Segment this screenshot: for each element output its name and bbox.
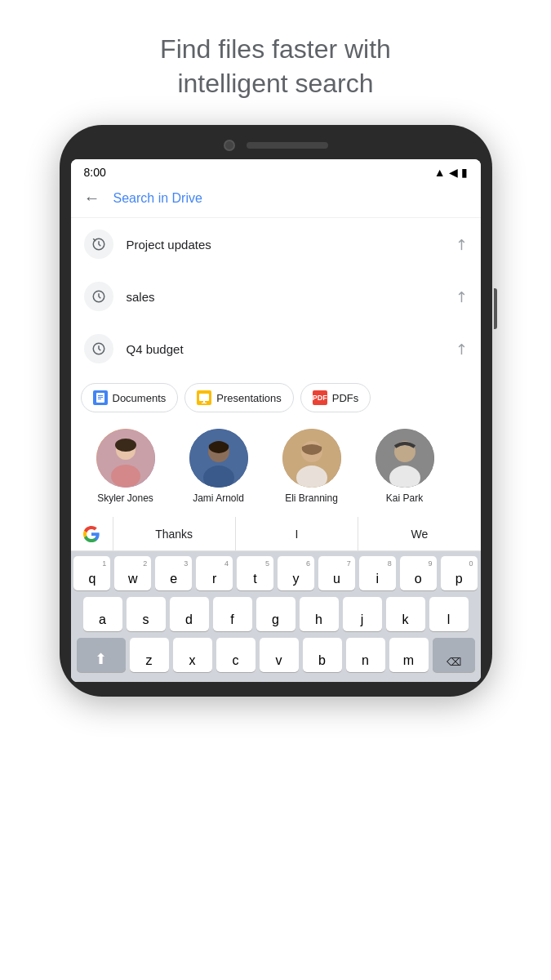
- key-b[interactable]: b: [303, 638, 342, 672]
- recent-item-1[interactable]: sales ↗: [71, 270, 481, 323]
- avatar-jami: [189, 429, 248, 488]
- key-r[interactable]: 4r: [196, 556, 233, 590]
- key-shift[interactable]: ⬆: [77, 638, 126, 672]
- docs-icon: [93, 390, 108, 405]
- key-a[interactable]: a: [83, 597, 122, 631]
- phone-mockup: 8:00 ▲ ◀ ▮ ← Search in Drive: [60, 125, 492, 697]
- phone-top-bar: [71, 140, 481, 151]
- key-e[interactable]: 3e: [155, 556, 192, 590]
- avatar-eli: [282, 429, 341, 488]
- side-button: [494, 288, 497, 329]
- headline-line1: Find files faster with: [160, 34, 391, 64]
- person-skyler[interactable]: Skyler Jones: [81, 429, 171, 504]
- chip-pdf[interactable]: PDF PDFs: [300, 383, 371, 412]
- chip-pdf-label: PDFs: [332, 392, 359, 404]
- battery-icon: ▮: [461, 166, 468, 179]
- key-row-3: ⬆ z x c v b n m ⌫: [74, 638, 478, 672]
- status-bar: 8:00 ▲ ◀ ▮: [71, 159, 481, 182]
- key-f[interactable]: f: [213, 597, 252, 631]
- key-m[interactable]: m: [389, 638, 429, 672]
- person-name-jami: Jami Arnold: [193, 492, 244, 504]
- recent-text-1: sales: [127, 290, 455, 304]
- history-icon-1: [84, 282, 113, 311]
- people-row: Skyler Jones Jami Arnold: [71, 421, 481, 517]
- history-icon-2: [84, 334, 113, 363]
- keyboard-rows: 1q 2w 3e 4r 5t 6y 7u 8i 9o 0p a s d f: [71, 551, 481, 682]
- chip-presentations[interactable]: Presentations: [184, 383, 294, 412]
- svg-rect-9: [202, 403, 207, 403]
- key-d[interactable]: d: [170, 597, 209, 631]
- key-s[interactable]: s: [127, 597, 166, 631]
- person-name-eli: Eli Branning: [285, 492, 338, 504]
- svg-rect-8: [203, 401, 205, 403]
- suggestion-i[interactable]: I: [236, 517, 358, 551]
- recent-text-2: Q4 budget: [127, 342, 455, 356]
- phone-screen: 8:00 ▲ ◀ ▮ ← Search in Drive: [71, 159, 481, 682]
- person-kai[interactable]: Kai Park: [360, 429, 450, 504]
- key-u[interactable]: 7u: [318, 556, 355, 590]
- slides-icon: [197, 390, 211, 405]
- key-y[interactable]: 6y: [278, 556, 314, 590]
- chip-documents[interactable]: Documents: [81, 383, 179, 412]
- avatar-kai: [375, 429, 434, 488]
- key-z[interactable]: z: [130, 638, 169, 672]
- key-j[interactable]: j: [343, 597, 382, 631]
- camera: [224, 140, 235, 151]
- key-row-1: 1q 2w 3e 4r 5t 6y 7u 8i 9o 0p: [74, 556, 478, 590]
- keyboard-suggestions: Thanks I We: [71, 517, 481, 551]
- svg-point-13: [115, 439, 136, 452]
- key-k[interactable]: k: [386, 597, 425, 631]
- svg-rect-4: [98, 395, 103, 396]
- avatar-skyler: [96, 429, 155, 488]
- person-eli[interactable]: Eli Branning: [267, 429, 357, 504]
- search-bar[interactable]: ← Search in Drive: [71, 182, 481, 218]
- key-n[interactable]: n: [346, 638, 385, 672]
- pdf-icon: PDF: [313, 390, 327, 405]
- key-p[interactable]: 0p: [441, 556, 478, 590]
- chip-docs-label: Documents: [113, 392, 167, 404]
- key-backspace[interactable]: ⌫: [433, 638, 475, 672]
- key-x[interactable]: x: [173, 638, 212, 672]
- keyboard: Thanks I We 1q 2w 3e 4r 5t 6y: [71, 517, 481, 682]
- person-name-skyler: Skyler Jones: [97, 492, 153, 504]
- key-q[interactable]: 1q: [73, 556, 110, 590]
- person-name-kai: Kai Park: [386, 492, 423, 504]
- headline-line2: intelligent search: [177, 69, 373, 98]
- svg-rect-6: [98, 399, 101, 399]
- key-o[interactable]: 9o: [400, 556, 437, 590]
- search-input[interactable]: Search in Drive: [113, 191, 468, 206]
- wifi-icon: ▲: [434, 166, 446, 179]
- google-logo: [71, 517, 113, 551]
- recent-searches-list: Project updates ↗ sales ↗: [71, 218, 481, 375]
- key-l[interactable]: l: [429, 597, 469, 631]
- filter-chips: Documents Presentations PDF PDFs: [71, 375, 481, 421]
- key-t[interactable]: 5t: [237, 556, 273, 590]
- key-c[interactable]: c: [216, 638, 256, 672]
- key-v[interactable]: v: [260, 638, 299, 672]
- recent-text-0: Project updates: [127, 238, 455, 252]
- recent-item-0[interactable]: Project updates ↗: [71, 218, 481, 270]
- signal-icon: ◀: [449, 166, 458, 179]
- speaker: [247, 142, 328, 149]
- suggestion-thanks[interactable]: Thanks: [113, 517, 236, 551]
- recent-item-2[interactable]: Q4 budget ↗: [71, 323, 481, 375]
- back-button[interactable]: ←: [84, 189, 100, 207]
- svg-point-12: [111, 465, 140, 488]
- svg-rect-7: [199, 394, 209, 401]
- headline: Find files faster with intelligent searc…: [111, 0, 440, 125]
- chip-slides-label: Presentations: [216, 392, 282, 404]
- status-time: 8:00: [84, 166, 106, 179]
- history-icon-0: [84, 229, 113, 259]
- svg-rect-5: [98, 397, 103, 398]
- status-icons: ▲ ◀ ▮: [434, 166, 468, 179]
- suggestion-we[interactable]: We: [358, 517, 480, 551]
- key-row-2: a s d f g h j k l: [74, 597, 478, 631]
- key-g[interactable]: g: [256, 597, 295, 631]
- key-i[interactable]: 8i: [359, 556, 396, 590]
- key-h[interactable]: h: [300, 597, 339, 631]
- key-w[interactable]: 2w: [114, 556, 151, 590]
- person-jami[interactable]: Jami Arnold: [174, 429, 264, 504]
